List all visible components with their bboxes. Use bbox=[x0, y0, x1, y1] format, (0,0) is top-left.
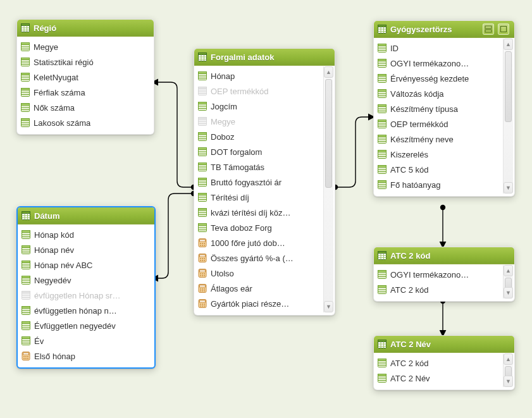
table-header[interactable]: Régió bbox=[17, 20, 154, 37]
table-header[interactable]: Dátum bbox=[18, 207, 154, 224]
svg-rect-116 bbox=[199, 194, 207, 195]
field-row[interactable]: Megye bbox=[195, 114, 323, 129]
svg-rect-144 bbox=[200, 270, 206, 272]
field-row[interactable]: Hónap bbox=[195, 68, 323, 83]
svg-point-153 bbox=[200, 288, 201, 290]
column-icon bbox=[22, 306, 30, 315]
field-row[interactable]: 1000 főre jutó dob… bbox=[195, 235, 323, 250]
field-row[interactable]: OEP termékkód bbox=[195, 83, 323, 99]
field-label: Készítmény neve bbox=[390, 135, 454, 144]
field-row[interactable]: Első hónap bbox=[19, 348, 153, 364]
table-datum[interactable]: Dátum Hónap kódHónap névHónap név ABCNeg… bbox=[16, 206, 156, 369]
field-row[interactable]: Készítmény neve bbox=[375, 132, 503, 147]
scroll-thumb[interactable] bbox=[325, 79, 332, 188]
field-row[interactable]: OGYI termékazono… bbox=[375, 267, 503, 282]
field-row[interactable]: Jogcím bbox=[195, 99, 323, 114]
field-row[interactable]: TB Támogatás bbox=[195, 159, 323, 175]
field-row[interactable]: évfüggetlen Hónap sr… bbox=[19, 288, 153, 303]
field-row[interactable]: Térítési díj bbox=[195, 190, 323, 205]
table-regio[interactable]: Régió MegyeStatisztikai régióKeletNyugat… bbox=[16, 19, 154, 135]
field-row[interactable]: KeletNyugat bbox=[18, 70, 152, 85]
field-row[interactable]: Teva doboz Forg bbox=[195, 220, 323, 235]
table-atc2-nev[interactable]: ATC 2 Név ATC 2 kódATC 2 Név ▲ ▼ bbox=[373, 335, 515, 390]
field-row[interactable]: Átlagos eár bbox=[195, 281, 323, 296]
field-label: Hónap kód bbox=[34, 230, 74, 240]
scroll-up-button[interactable]: ▲ bbox=[504, 39, 513, 50]
field-row[interactable]: ATC 5 kód bbox=[375, 162, 503, 177]
field-label: Negyedév bbox=[34, 276, 71, 285]
field-row[interactable]: Hónap kód bbox=[19, 227, 153, 242]
scrollbar[interactable]: ▲ ▼ bbox=[323, 66, 333, 312]
svg-point-147 bbox=[204, 273, 205, 274]
field-row[interactable]: Doboz bbox=[195, 129, 323, 144]
field-row[interactable]: Statisztikai régió bbox=[18, 54, 152, 70]
field-label: Évfüggetlen negyedév bbox=[34, 321, 116, 331]
table-icon bbox=[378, 340, 387, 348]
header-action-maximize[interactable] bbox=[483, 23, 494, 35]
svg-point-132 bbox=[200, 245, 201, 246]
scroll-down-button[interactable]: ▼ bbox=[504, 182, 513, 194]
scrollbar[interactable]: ▲ ▼ bbox=[503, 353, 513, 387]
scroll-up-button[interactable]: ▲ bbox=[504, 265, 513, 276]
field-row[interactable]: ATC 2 kód bbox=[375, 355, 503, 371]
svg-point-75 bbox=[25, 358, 27, 359]
field-row[interactable]: Fő hatóanyag bbox=[375, 177, 503, 192]
scroll-down-button[interactable]: ▼ bbox=[504, 287, 513, 298]
svg-point-166 bbox=[204, 305, 205, 307]
table-header[interactable]: Forgalmi adatok bbox=[194, 49, 335, 66]
field-row[interactable]: ATC 2 kód bbox=[375, 282, 503, 297]
field-row[interactable]: évfüggetlen hónap n… bbox=[19, 303, 153, 318]
field-row[interactable]: Évfüggetlen negyedév bbox=[19, 318, 153, 333]
field-list: ATC 2 kódATC 2 Név bbox=[374, 353, 514, 390]
svg-rect-205 bbox=[378, 151, 387, 152]
column-icon bbox=[22, 261, 30, 269]
field-row[interactable]: OEP termékkód bbox=[375, 116, 503, 132]
header-action-restore[interactable] bbox=[498, 23, 509, 35]
field-row[interactable]: Gyártók piaci része… bbox=[195, 296, 323, 311]
field-row[interactable]: OGYI termékazono… bbox=[375, 56, 503, 71]
table-forgalmi-adatok[interactable]: Forgalmi adatok HónapOEP termékkódJogcím… bbox=[194, 48, 335, 316]
field-row[interactable]: DOT forgalom bbox=[195, 144, 323, 159]
scroll-thumb[interactable] bbox=[505, 51, 512, 122]
table-header[interactable]: Gyógyszertörzs bbox=[374, 21, 514, 38]
scroll-up-button[interactable]: ▲ bbox=[324, 66, 333, 78]
field-label: Fő hatóanyag bbox=[390, 180, 441, 190]
scroll-up-button[interactable]: ▲ bbox=[504, 353, 513, 365]
scroll-down-button[interactable]: ▼ bbox=[504, 376, 513, 387]
svg-rect-160 bbox=[200, 300, 206, 302]
table-header[interactable]: ATC 2 Név bbox=[374, 336, 514, 353]
field-row[interactable]: ATC 2 Név bbox=[375, 371, 503, 386]
field-row[interactable]: Nők száma bbox=[18, 100, 152, 115]
field-row[interactable]: Lakosok száma bbox=[18, 115, 152, 130]
field-row[interactable]: Bruttó fogyasztói ár bbox=[195, 175, 323, 190]
field-row[interactable]: Kiszerelés bbox=[375, 147, 503, 162]
field-row[interactable]: Összes gyártó %-a (… bbox=[195, 250, 323, 266]
column-icon bbox=[378, 59, 387, 68]
svg-point-142 bbox=[204, 260, 205, 261]
field-row[interactable]: Negyedév bbox=[19, 273, 153, 288]
field-label: Hónap név ABC bbox=[34, 261, 93, 270]
field-row[interactable]: ID bbox=[375, 40, 503, 56]
field-row[interactable]: Év bbox=[19, 333, 153, 348]
field-row[interactable]: Hónap név bbox=[19, 242, 153, 257]
field-row[interactable]: Megye bbox=[18, 39, 152, 54]
field-row[interactable]: Változás kódja bbox=[375, 86, 503, 101]
field-row[interactable]: Készítmény típusa bbox=[375, 101, 503, 116]
field-row[interactable]: Hónap név ABC bbox=[19, 257, 153, 273]
field-row[interactable]: Érvényesség kezdete bbox=[375, 71, 503, 86]
svg-rect-32 bbox=[22, 212, 30, 214]
table-gyogyszertorzs[interactable]: Gyógyszertörzs IDOGYI termékazono…Érvény… bbox=[373, 20, 515, 197]
field-label: Változás kódja bbox=[390, 89, 444, 99]
field-row[interactable]: Utolso bbox=[195, 266, 323, 281]
svg-rect-96 bbox=[199, 118, 207, 120]
svg-rect-223 bbox=[378, 271, 387, 273]
svg-point-148 bbox=[200, 275, 201, 276]
scrollbar[interactable]: ▲ ▼ bbox=[503, 265, 513, 298]
scroll-down-button[interactable]: ▼ bbox=[324, 301, 333, 312]
field-row[interactable]: Férfiak száma bbox=[18, 85, 152, 100]
table-header[interactable]: ATC 2 kód bbox=[374, 247, 514, 264]
table-atc2-kod[interactable]: ATC 2 kód OGYI termékazono…ATC 2 kód ▲ ▼ bbox=[373, 247, 515, 302]
svg-rect-100 bbox=[199, 133, 207, 135]
scrollbar[interactable]: ▲ ▼ bbox=[503, 39, 513, 194]
field-row[interactable]: kvázi térítési díj köz… bbox=[195, 205, 323, 220]
